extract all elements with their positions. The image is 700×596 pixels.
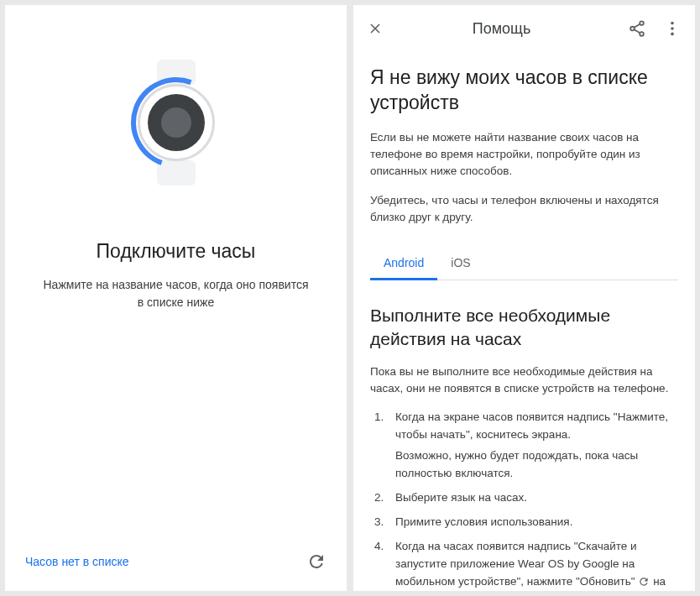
svg-point-6	[671, 27, 674, 30]
article-intro-2: Убедитесь, что часы и телефон включены и…	[370, 192, 678, 227]
step-4: Когда на часах появится надпись "Скачайт…	[387, 538, 678, 591]
refresh-inline-icon	[638, 576, 650, 588]
refresh-icon[interactable]	[306, 552, 326, 572]
svg-point-5	[671, 22, 674, 25]
header-title: Помощь	[392, 20, 611, 38]
step-2: Выберите язык на часах.	[387, 489, 678, 507]
overflow-menu-icon[interactable]	[663, 19, 682, 38]
article-intro-1: Если вы не можете найти название своих ч…	[370, 129, 678, 180]
tab-android[interactable]: Android	[370, 246, 437, 280]
steps-list: Когда на экране часов появится надпись "…	[370, 409, 678, 590]
share-icon[interactable]	[628, 19, 646, 38]
svg-point-2	[640, 32, 644, 36]
section-title: Выполните все необходимые действия на ча…	[370, 304, 678, 352]
svg-line-3	[635, 24, 640, 28]
watch-illustration	[118, 55, 235, 190]
svg-point-0	[640, 21, 644, 25]
help-header: Помощь	[353, 5, 695, 52]
tab-ios[interactable]: iOS	[437, 246, 483, 280]
svg-line-4	[635, 29, 640, 33]
step-1-note: Возможно, нужно будет подождать, пока ча…	[395, 447, 678, 483]
section-intro: Пока вы не выполните все необходимые дей…	[370, 363, 678, 398]
svg-point-1	[630, 27, 635, 31]
svg-point-7	[671, 33, 674, 36]
connect-subtitle: Нажмите на название часов, когда оно поя…	[5, 276, 347, 311]
platform-tabs: Android iOS	[370, 246, 678, 280]
connect-title: Подключите часы	[97, 240, 256, 263]
article-title: Я не вижу моих часов в списке устройств	[370, 65, 678, 116]
no-watch-link[interactable]: Часов нет в списке	[25, 555, 129, 568]
step-3: Примите условия использования.	[387, 514, 678, 531]
close-icon[interactable]	[367, 20, 384, 37]
step-1: Когда на экране часов появится надпись "…	[387, 409, 678, 483]
